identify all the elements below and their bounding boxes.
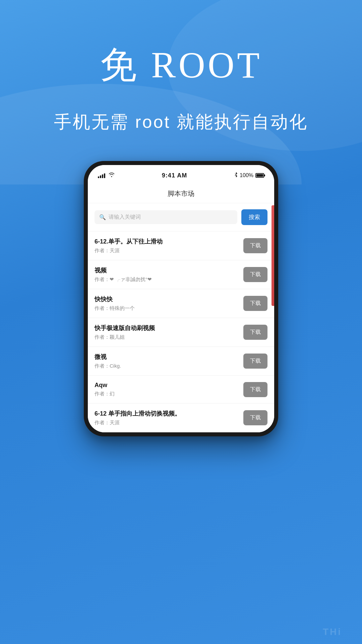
item-content: 6-12.单手。从下往上滑动 作者：天涯 <box>95 237 243 254</box>
item-content: 快手极速版自动刷视频 作者：颖儿姐 <box>95 324 243 340</box>
item-author: 作者：天涯 <box>95 420 243 426</box>
list-item: 6-12 单手指向上滑动切换视频。 作者：天涯 下载 <box>88 404 274 432</box>
list-item: 微视 作者：Cikg. 下载 <box>88 347 274 376</box>
item-content: 视频 作者：❤ ╭ァ非誠勿扰°❤ <box>95 266 243 283</box>
battery-icon <box>255 173 264 178</box>
search-button[interactable]: 搜索 <box>241 209 267 225</box>
download-button[interactable]: 下载 <box>243 354 267 369</box>
download-button[interactable]: 下载 <box>243 325 267 340</box>
item-name: 视频 <box>95 266 243 274</box>
list-item: 6-12.单手。从下往上滑动 作者：天涯 下载 <box>88 231 274 260</box>
right-accent-bar <box>272 205 274 306</box>
item-content: 快快快 作者：特殊的一个 <box>95 295 243 312</box>
item-name: 快快快 <box>95 295 243 303</box>
battery-percent-text: 100% <box>240 172 253 178</box>
signal-bars-icon <box>98 173 105 178</box>
item-author: 作者：颖儿姐 <box>95 334 243 340</box>
status-right: 100% <box>234 172 264 179</box>
search-placeholder: 请输入关键词 <box>109 214 141 221</box>
phone-outer-shell: 9:41 AM 100% 脚本市场 <box>84 161 278 436</box>
item-content: 6-12 单手指向上滑动切换视频。 作者：天涯 <box>95 410 243 426</box>
list-item: 快手极速版自动刷视频 作者：颖儿姐 下载 <box>88 318 274 347</box>
hero-subtitle: 手机无需 root 就能执行自动化 <box>0 110 362 134</box>
download-button[interactable]: 下载 <box>243 410 267 425</box>
download-button[interactable]: 下载 <box>243 238 267 253</box>
phone-screen: 9:41 AM 100% 脚本市场 <box>88 165 274 432</box>
item-author: 作者：幻 <box>95 391 243 397</box>
hero-title: 免 ROOT <box>0 40 362 90</box>
wifi-icon <box>109 172 115 178</box>
status-time: 9:41 AM <box>162 172 187 179</box>
item-author: 作者：❤ ╭ァ非誠勿扰°❤ <box>95 276 243 283</box>
item-name: 快手极速版自动刷视频 <box>95 324 243 332</box>
status-bar: 9:41 AM 100% <box>88 165 274 184</box>
item-author: 作者：特殊的一个 <box>95 305 243 312</box>
status-left <box>98 172 115 178</box>
search-input-wrapper[interactable]: 🔍 请输入关键词 <box>95 210 237 224</box>
list-item: 快快快 作者：特殊的一个 下载 <box>88 289 274 318</box>
battery-fill <box>256 174 263 177</box>
item-name: Aqw <box>95 382 243 389</box>
item-name: 6-12.单手。从下往上滑动 <box>95 237 243 246</box>
item-author: 作者：Cikg. <box>95 363 243 369</box>
item-name: 6-12 单手指向上滑动切换视频。 <box>95 410 243 418</box>
download-button[interactable]: 下载 <box>243 267 267 282</box>
bottom-text: THi <box>323 627 342 637</box>
script-list: 6-12.单手。从下往上滑动 作者：天涯 下载 视频 作者：❤ ╭ァ非誠勿扰°❤… <box>88 231 274 432</box>
item-content: Aqw 作者：幻 <box>95 382 243 397</box>
download-button[interactable]: 下载 <box>243 296 267 311</box>
bluetooth-icon <box>234 172 238 179</box>
phone-mockup: 9:41 AM 100% 脚本市场 <box>84 161 278 436</box>
search-section: 🔍 请输入关键词 搜索 <box>88 203 274 231</box>
app-title: 脚本市场 <box>168 190 194 197</box>
hero-section: 免 ROOT 手机无需 root 就能执行自动化 <box>0 0 362 134</box>
item-content: 微视 作者：Cikg. <box>95 353 243 369</box>
item-author: 作者：天涯 <box>95 248 243 254</box>
download-button[interactable]: 下载 <box>243 382 267 397</box>
item-name: 微视 <box>95 353 243 361</box>
list-item: 视频 作者：❤ ╭ァ非誠勿扰°❤ 下载 <box>88 260 274 289</box>
app-header: 脚本市场 <box>88 184 274 203</box>
list-item: Aqw 作者：幻 下载 <box>88 376 274 404</box>
search-icon: 🔍 <box>99 214 106 220</box>
